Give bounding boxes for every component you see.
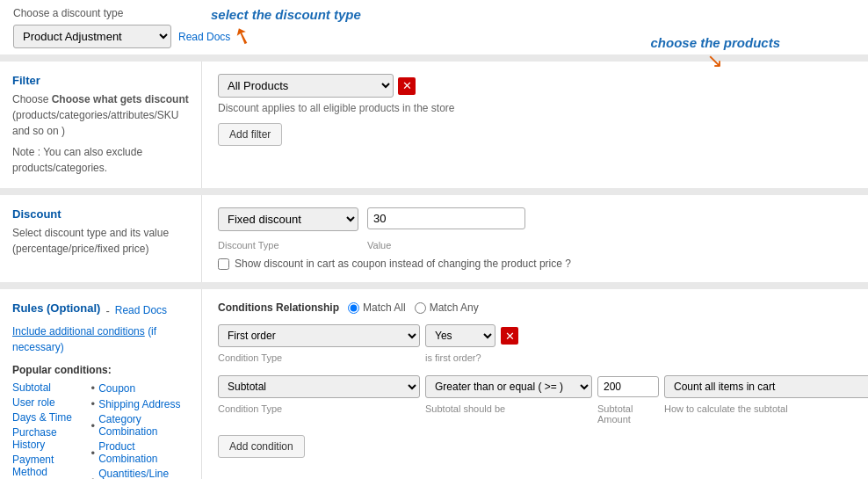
- match-any-radio[interactable]: [415, 302, 426, 314]
- discount-type-select[interactable]: Product Adjustment: [13, 25, 171, 48]
- read-docs-link[interactable]: Read Docs: [178, 31, 230, 43]
- popular-quantities[interactable]: Quantities/Line items: [98, 468, 189, 479]
- filter-note: Note : You can also exclude products/cat…: [12, 144, 189, 176]
- rules-read-docs-link[interactable]: Read Docs: [115, 304, 167, 316]
- popular-category-combo[interactable]: Category Combination: [98, 413, 189, 438]
- popular-shipping-address[interactable]: Shipping Address: [98, 398, 180, 410]
- discount-desc: Select discount type and its value (perc…: [12, 225, 189, 257]
- remove-filter-btn[interactable]: ✕: [398, 77, 416, 95]
- cond1-val-label: is first order?: [425, 352, 495, 363]
- coupon-checkbox[interactable]: [218, 258, 229, 270]
- condition2-amount-input[interactable]: 200: [597, 376, 659, 397]
- popular-right-col: Coupon Shipping Address Category Combina…: [91, 381, 189, 479]
- all-products-select[interactable]: All Products: [218, 74, 394, 98]
- cond2-amount-label: Subtotal Amount: [597, 403, 659, 425]
- condition1-remove-btn[interactable]: ✕: [501, 327, 518, 345]
- add-condition-button[interactable]: Add condition: [218, 435, 305, 458]
- discount-type-type-select[interactable]: Fixed discount: [218, 207, 358, 231]
- rules-dash: -: [105, 304, 109, 317]
- popular-product-combo[interactable]: Product Combination: [98, 440, 189, 465]
- condition1-type-select[interactable]: First order: [218, 324, 420, 347]
- annotation-select-discount: select the discount type: [211, 7, 361, 22]
- rules-section: Rules (Optional) - Read Docs Include add…: [0, 289, 868, 479]
- cond2-how-calc-label: How to calculate the subtotal: [664, 403, 868, 425]
- annotation-choose-products: choose the products: [650, 35, 780, 50]
- arrow-to-select: ➘: [229, 20, 257, 53]
- match-all-radio-label[interactable]: Match All: [348, 301, 406, 314]
- condition1-val-select[interactable]: Yes: [425, 324, 495, 347]
- filter-desc2: (products/categories/attributes/SKU and …: [12, 109, 178, 137]
- condition1-labels: Condition Type is first order?: [218, 352, 868, 363]
- condition2-row: Subtotal Greater than or equal ( >= ) 20…: [218, 375, 868, 398]
- popular-label: Popular conditions:: [12, 362, 189, 378]
- add-filter-button[interactable]: Add filter: [218, 123, 282, 146]
- popular-coupon[interactable]: Coupon: [98, 382, 135, 395]
- popular-days-time[interactable]: Days & Time: [12, 411, 83, 424]
- discount-value-label-field: Value: [367, 240, 525, 250]
- condition2-labels: Condition Type Subtotal should be Subtot…: [218, 403, 868, 425]
- popular-user-role[interactable]: User role: [12, 396, 83, 409]
- conditions-relationship: Conditions Relationship Match All Match …: [218, 301, 868, 314]
- match-any-radio-label[interactable]: Match Any: [415, 301, 479, 314]
- filter-section: Filter Choose Choose what gets discount …: [0, 62, 868, 188]
- cond-rel-label: Conditions Relationship: [218, 301, 339, 314]
- cond1-type-label: Condition Type: [218, 352, 420, 363]
- coupon-label: Show discount in cart as coupon instead …: [235, 258, 571, 270]
- popular-payment-method[interactable]: Payment Method: [12, 454, 83, 478]
- popular-left-col: Subtotal User role Days & Time Purchase …: [12, 381, 83, 479]
- discount-title: Discount: [12, 207, 189, 221]
- filter-desc-bold: Choose what gets discount: [52, 93, 189, 105]
- cond2-subtotal-should-be-label: Subtotal should be: [425, 403, 592, 425]
- popular-subtotal[interactable]: Subtotal: [12, 381, 83, 394]
- rules-title: Rules (Optional): [12, 301, 100, 315]
- include-cond-text: Include additional conditions: [12, 325, 145, 337]
- filter-applies-note: Discount applies to all eligible product…: [218, 102, 852, 114]
- condition2-type-select[interactable]: Subtotal: [218, 375, 420, 398]
- condition2-subtotal-be-select[interactable]: Greater than or equal ( >= ): [425, 375, 592, 398]
- discount-section: Discount Select discount type and its va…: [0, 195, 868, 282]
- discount-type-label-field: Discount Type: [218, 240, 358, 250]
- match-all-radio[interactable]: [348, 302, 359, 314]
- filter-title: Filter: [12, 74, 189, 87]
- popular-purchase-history[interactable]: Purchase History: [12, 426, 83, 451]
- discount-value-input[interactable]: 30: [367, 207, 525, 229]
- filter-desc1: Choose: [12, 93, 52, 105]
- condition2-how-calc-select[interactable]: Count all items in cart: [664, 375, 868, 398]
- cond2-type-label: Condition Type: [218, 403, 420, 425]
- condition1-row: First order Yes ✕: [218, 324, 868, 347]
